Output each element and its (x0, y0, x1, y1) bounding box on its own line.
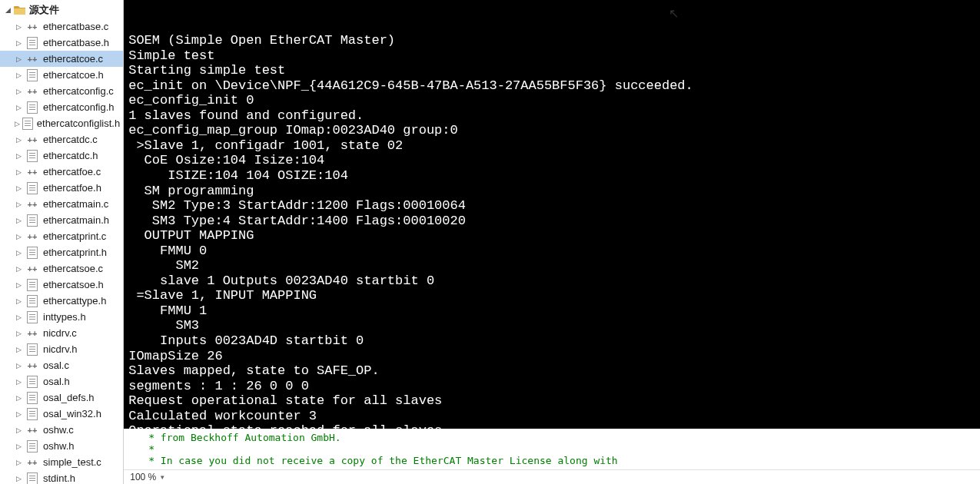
file-item-ethercatconfiglist-h[interactable]: ethercatconfiglist.h (0, 115, 123, 131)
tree-collapse-icon[interactable] (14, 232, 23, 241)
sidebar-header[interactable]: 源文件 (0, 2, 123, 18)
file-item-osal_defs-h[interactable]: osal_defs.h (0, 390, 123, 406)
file-item-nicdrv-h[interactable]: nicdrv.h (0, 341, 123, 357)
tree-expand-icon[interactable] (3, 5, 12, 15)
file-item-ethercatbase-c[interactable]: ethercatbase.c (0, 18, 123, 35)
file-name-label: nicdrv.c (43, 327, 77, 339)
tree-collapse-icon[interactable] (14, 264, 23, 273)
sidebar-file-tree[interactable]: 源文件 ethercatbase.cethercatbase.hethercat… (0, 0, 124, 484)
header-file-icon (22, 118, 34, 130)
tree-collapse-icon[interactable] (14, 377, 23, 386)
cpp-file-icon (25, 458, 40, 467)
file-item-ethercatconfig-h[interactable]: ethercatconfig.h (0, 99, 123, 115)
file-item-ethercatfoe-h[interactable]: ethercatfoe.h (0, 180, 123, 196)
file-name-label: ethercattype.h (43, 295, 106, 307)
tree-collapse-icon[interactable] (14, 38, 23, 48)
file-name-label: ethercatmain.c (43, 198, 108, 210)
tree-collapse-icon[interactable] (14, 71, 23, 80)
header-file-icon (25, 182, 40, 194)
file-item-ethercatcoe-c[interactable]: ethercatcoe.c (0, 51, 123, 67)
file-item-osal-h[interactable]: osal.h (0, 373, 123, 390)
file-item-oshw-h[interactable]: oshw.h (0, 438, 123, 454)
terminal-line: SM2 Type:3 StartAddr:1200 Flags:00010064 (128, 198, 975, 214)
header-file-icon (25, 376, 40, 388)
terminal-output[interactable]: SOEM (Simple Open EtherCAT Master)Simple… (124, 0, 980, 429)
tree-collapse-icon[interactable] (14, 184, 23, 193)
terminal-line: ec_config_map_group IOmap:0023AD40 group… (128, 123, 975, 138)
header-file-icon (25, 279, 40, 291)
file-item-ethercatprint-h[interactable]: ethercatprint.h (0, 244, 123, 260)
tree-collapse-icon[interactable] (14, 329, 23, 338)
tree-collapse-icon[interactable] (14, 297, 23, 306)
file-item-ethercatsoe-h[interactable]: ethercatsoe.h (0, 277, 123, 293)
file-name-label: inttypes.h (43, 311, 86, 323)
header-file-icon (25, 392, 40, 404)
tree-collapse-icon[interactable] (14, 280, 23, 290)
file-name-label: simple_test.c (43, 456, 101, 468)
file-name-label: osal.h (43, 376, 70, 387)
tree-collapse-icon[interactable] (14, 167, 23, 177)
file-item-ethercattype-h[interactable]: ethercattype.h (0, 293, 123, 309)
tree-collapse-icon[interactable] (14, 409, 23, 419)
file-item-inttypes-h[interactable]: inttypes.h (0, 309, 123, 325)
header-file-icon (25, 440, 40, 453)
tree-collapse-icon[interactable] (14, 55, 23, 64)
tree-collapse-icon[interactable] (14, 248, 23, 257)
cpp-file-icon (25, 426, 40, 435)
file-name-label: nicdrv.h (43, 343, 78, 355)
file-item-ethercatsoe-c[interactable]: ethercatsoe.c (0, 260, 123, 277)
zoom-level: 100 % (130, 472, 156, 482)
cpp-file-icon (25, 264, 40, 273)
tree-collapse-icon[interactable] (14, 442, 23, 451)
tree-collapse-icon[interactable] (14, 103, 23, 112)
tree-collapse-icon[interactable] (14, 313, 23, 322)
file-item-osal-c[interactable]: osal.c (0, 357, 123, 373)
cpp-file-icon (25, 232, 40, 241)
cpp-file-icon (25, 200, 40, 209)
file-item-oshw-c[interactable]: oshw.c (0, 422, 123, 438)
file-item-ethercatdc-c[interactable]: ethercatdc.c (0, 131, 123, 148)
terminal-line: Inputs 0023AD4D startbit 0 (128, 333, 975, 349)
tree-collapse-icon[interactable] (14, 151, 23, 161)
cpp-file-icon (25, 55, 40, 64)
file-name-label: ethercatprint.h (43, 247, 107, 258)
tree-collapse-icon[interactable] (14, 200, 23, 209)
tree-collapse-icon[interactable] (14, 216, 23, 225)
file-item-nicdrv-c[interactable]: nicdrv.c (0, 325, 123, 341)
file-item-ethercatprint-c[interactable]: ethercatprint.c (0, 228, 123, 244)
file-item-ethercatcoe-h[interactable]: ethercatcoe.h (0, 67, 123, 83)
header-file-icon (25, 150, 40, 162)
file-item-stdint-h[interactable]: stdint.h (0, 470, 123, 484)
file-name-label: ethercatcoe.h (43, 69, 104, 81)
tree-collapse-icon[interactable] (14, 458, 23, 467)
tree-collapse-icon[interactable] (14, 22, 23, 31)
tree-collapse-icon[interactable] (14, 135, 23, 144)
tree-collapse-icon[interactable] (14, 361, 23, 370)
terminal-line: ec_init on \Device\NPF_{44A612C9-645B-47… (128, 78, 975, 94)
header-file-icon (25, 311, 40, 323)
file-item-ethercatdc-h[interactable]: ethercatdc.h (0, 148, 123, 164)
tree-collapse-icon[interactable] (14, 345, 23, 354)
header-file-icon (25, 69, 40, 81)
file-name-label: ethercatcoe.c (43, 53, 103, 65)
file-item-ethercatmain-c[interactable]: ethercatmain.c (0, 196, 123, 212)
file-item-ethercatfoe-c[interactable]: ethercatfoe.c (0, 164, 123, 180)
zoom-dropdown[interactable]: 100 % ▼ (130, 472, 165, 482)
tree-collapse-icon[interactable] (14, 393, 23, 403)
tree-collapse-icon[interactable] (14, 426, 23, 435)
terminal-line: FMMU 0 (128, 244, 975, 259)
tree-collapse-icon[interactable] (14, 87, 23, 96)
file-item-simple_test-c[interactable]: simple_test.c (0, 454, 123, 470)
tree-collapse-icon[interactable] (14, 474, 23, 483)
file-item-osal_win32-h[interactable]: osal_win32.h (0, 406, 123, 422)
terminal-line: segments : 1 : 26 0 0 0 (128, 379, 975, 394)
header-file-icon (25, 472, 40, 485)
terminal-line: SM3 Type:4 StartAddr:1400 Flags:00010020 (128, 214, 975, 229)
file-item-ethercatconfig-c[interactable]: ethercatconfig.c (0, 83, 123, 99)
tree-collapse-icon[interactable] (14, 119, 21, 128)
terminal-line: IOmapSize 26 (128, 349, 975, 364)
terminal-line: SM2 (128, 258, 975, 273)
file-item-ethercatmain-h[interactable]: ethercatmain.h (0, 212, 123, 228)
file-item-ethercatbase-h[interactable]: ethercatbase.h (0, 35, 123, 51)
file-name-label: oshw.h (43, 440, 74, 452)
